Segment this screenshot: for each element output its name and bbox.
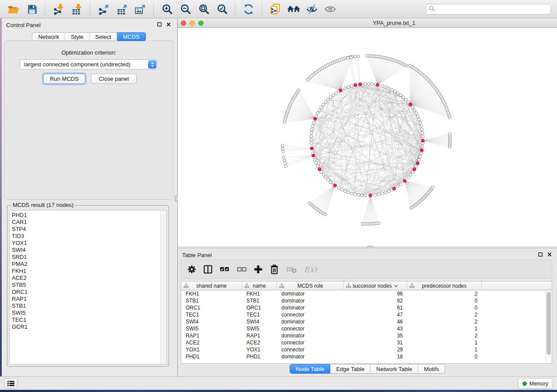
tab-node-table[interactable]: Node Table [290, 364, 331, 374]
search-field[interactable] [426, 4, 551, 14]
tab-network-table[interactable]: Network Table [370, 364, 418, 374]
import-network-icon[interactable] [51, 2, 66, 17]
network-graph[interactable] [178, 28, 557, 247]
export-network-icon[interactable] [96, 2, 111, 17]
table-row[interactable]: PHD1PHD1dominator180 [181, 353, 552, 360]
column-header-name[interactable]: name [242, 282, 277, 290]
tab-edge-table[interactable]: Edge Table [330, 364, 370, 374]
hide-selected-icon[interactable] [304, 2, 320, 17]
delete-icon[interactable] [270, 264, 279, 275]
zoom-fit-icon[interactable] [196, 2, 211, 17]
zoom-selected-icon[interactable] [214, 2, 230, 17]
maximize-window-icon[interactable] [198, 21, 204, 26]
cell-shared_name: ORC1 [181, 305, 242, 311]
cell-shared_name: ACE2 [181, 340, 242, 346]
column-header-successors[interactable]: successor nodes [344, 282, 407, 290]
cell-successors: 31 [344, 340, 407, 346]
memory-label: Memory [529, 381, 548, 387]
mcds-result-item[interactable]: PMA2 [12, 261, 166, 268]
mcds-result-item[interactable]: STB5 [12, 282, 166, 289]
tab-network[interactable]: Network [32, 32, 65, 41]
deselect-all-icon[interactable] [236, 265, 247, 274]
add-icon[interactable] [253, 265, 263, 274]
close-panel-icon[interactable] [547, 252, 552, 257]
select-all-icon[interactable] [219, 265, 230, 274]
minimize-window-icon[interactable] [190, 21, 195, 26]
refresh-icon[interactable] [241, 2, 256, 17]
table-row[interactable]: SWI4SWI4dominator462 [181, 318, 552, 325]
first-neighbors-icon[interactable] [286, 2, 301, 17]
mcds-result-item[interactable]: YOX1 [12, 240, 166, 247]
open-file-icon[interactable] [6, 2, 21, 17]
toolbar-separator [45, 3, 45, 16]
clone-network-icon[interactable] [267, 2, 283, 17]
mcds-result-item[interactable]: SWI5 [12, 309, 166, 316]
memory-button[interactable]: Memory [518, 378, 553, 389]
mcds-result-list[interactable]: PHD1CAR1STP4TID3YOX1SWI4SRD1PMA2FKH1ACE2… [9, 210, 167, 364]
mcds-result-item[interactable]: TEC1 [12, 316, 166, 323]
export-image-icon[interactable] [132, 2, 148, 17]
columns-icon[interactable] [203, 265, 213, 274]
scrollbar-thumb[interactable] [547, 292, 551, 355]
cell-name: RAP1 [242, 333, 277, 339]
svg-text:f(x): f(x) [304, 265, 318, 274]
tab-mcds[interactable]: MCDS [117, 32, 145, 41]
table-row[interactable]: ACE2ACE2connector311 [181, 339, 552, 346]
close-panel-icon[interactable] [166, 22, 171, 27]
save-session-icon[interactable] [24, 2, 40, 17]
run-mcds-button[interactable]: Run MCDS [43, 74, 85, 84]
table-row[interactable]: STB1STB1dominator620 [181, 297, 552, 304]
mcds-result-title: MCDS result (17 nodes) [11, 202, 75, 208]
network-window-titlebar[interactable]: YPA_prune.txt_1 [178, 18, 557, 28]
table-row[interactable]: YOX1YOX1connector291 [181, 346, 552, 353]
function-icon[interactable]: f(x) [304, 264, 319, 275]
mcds-result-item[interactable]: PHD1 [12, 212, 166, 219]
mcds-result-item[interactable]: ACE2 [12, 275, 166, 282]
toolbar-separator [235, 3, 235, 16]
cell-role: connector [277, 347, 344, 353]
node-table[interactable]: shared namenameMCDS rolesuccessor nodesp… [181, 281, 552, 364]
table-panel-title: Table Panel [182, 252, 212, 258]
mcds-result-item[interactable]: TID3 [12, 233, 166, 240]
panel-menu-button[interactable] [4, 378, 17, 389]
mcds-result-item[interactable]: STP4 [12, 226, 166, 233]
mcds-result-item[interactable]: FKH1 [12, 268, 166, 275]
criterion-dropdown[interactable]: largest connected component (undirected) [20, 59, 157, 69]
float-panel-icon[interactable] [538, 252, 543, 257]
table-row[interactable]: FKH1FKH1dominator962 [181, 290, 552, 297]
mcds-result-item[interactable]: GCR1 [12, 323, 166, 330]
table-row[interactable]: SWI5SWI5connector431 [181, 325, 552, 332]
column-header-role[interactable]: MCDS role [277, 282, 344, 290]
delete-column-icon[interactable] [286, 265, 297, 274]
export-table-icon[interactable] [114, 2, 130, 17]
column-header-shared_name[interactable]: shared name [181, 282, 242, 290]
tab-style[interactable]: Style [65, 32, 90, 41]
gear-icon[interactable] [187, 265, 197, 274]
float-panel-icon[interactable] [157, 22, 162, 27]
search-input[interactable] [437, 6, 548, 12]
table-scrollbar[interactable] [545, 290, 552, 363]
mcds-panel: Optimization criterion: largest connecte… [4, 41, 173, 200]
close-panel-button[interactable]: Close panel [91, 74, 137, 84]
mcds-result-item[interactable]: CAR1 [12, 219, 166, 226]
show-all-icon[interactable] [322, 2, 338, 17]
column-header-predecessors[interactable]: predecessor nodes [407, 282, 482, 290]
table-row[interactable]: RAP1RAP1dominator352 [181, 332, 552, 339]
toolbar-separator [153, 3, 154, 16]
mcds-result-item[interactable]: RAP1 [12, 296, 166, 303]
mcds-result-item[interactable]: SWI4 [12, 247, 166, 254]
mcds-result-scrollbar[interactable] [160, 210, 166, 364]
network-canvas[interactable] [178, 28, 557, 247]
import-table-icon[interactable] [69, 2, 85, 17]
zoom-in-icon[interactable] [159, 2, 175, 17]
close-window-icon[interactable] [181, 21, 186, 26]
tab-motifs[interactable]: Motifs [418, 364, 445, 374]
table-row[interactable]: TEC1TEC1connector472 [181, 311, 552, 318]
tab-select[interactable]: Select [90, 32, 117, 41]
table-row[interactable]: ORC1ORC1dominator610 [181, 304, 552, 311]
zoom-out-icon[interactable] [177, 2, 193, 17]
cell-role: dominator [277, 305, 344, 311]
mcds-result-item[interactable]: ORC1 [12, 289, 166, 296]
mcds-result-item[interactable]: STB1 [12, 303, 166, 309]
mcds-result-item[interactable]: SRD1 [12, 254, 166, 261]
